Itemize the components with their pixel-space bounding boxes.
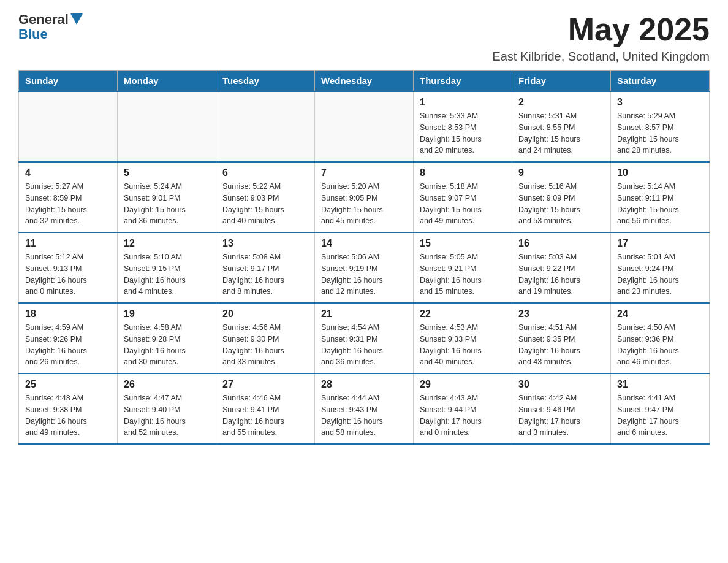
- day-detail: Sunrise: 4:44 AM Sunset: 9:43 PM Dayligh…: [321, 393, 407, 439]
- calendar-cell: 28Sunrise: 4:44 AM Sunset: 9:43 PM Dayli…: [315, 373, 414, 444]
- title-area: May 2025 East Kilbride, Scotland, United…: [492, 12, 710, 64]
- day-number: 11: [25, 238, 111, 249]
- day-detail: Sunrise: 5:08 AM Sunset: 9:17 PM Dayligh…: [222, 251, 308, 297]
- weekday-header-sunday: Sunday: [19, 71, 118, 92]
- calendar-cell: [118, 91, 216, 162]
- day-number: 30: [518, 379, 604, 390]
- day-detail: Sunrise: 4:47 AM Sunset: 9:40 PM Dayligh…: [124, 393, 210, 439]
- calendar-cell: 3Sunrise: 5:29 AM Sunset: 8:57 PM Daylig…: [611, 91, 710, 162]
- calendar-cell: 9Sunrise: 5:16 AM Sunset: 9:09 PM Daylig…: [512, 162, 611, 232]
- day-detail: Sunrise: 5:03 AM Sunset: 9:22 PM Dayligh…: [518, 251, 604, 297]
- day-number: 4: [25, 167, 111, 178]
- day-detail: Sunrise: 4:59 AM Sunset: 9:26 PM Dayligh…: [25, 322, 111, 368]
- month-year-title: May 2025: [492, 12, 710, 47]
- day-number: 7: [321, 167, 407, 178]
- calendar-cell: 17Sunrise: 5:01 AM Sunset: 9:24 PM Dayli…: [611, 232, 710, 303]
- calendar-cell: 31Sunrise: 4:41 AM Sunset: 9:47 PM Dayli…: [611, 373, 710, 444]
- day-number: 19: [124, 308, 210, 320]
- calendar-table: SundayMondayTuesdayWednesdayThursdayFrid…: [18, 70, 710, 445]
- calendar-cell: 12Sunrise: 5:10 AM Sunset: 9:15 PM Dayli…: [118, 232, 216, 303]
- calendar-cell: 29Sunrise: 4:43 AM Sunset: 9:44 PM Dayli…: [414, 373, 512, 444]
- calendar-cell: 13Sunrise: 5:08 AM Sunset: 9:17 PM Dayli…: [216, 232, 315, 303]
- day-detail: Sunrise: 4:56 AM Sunset: 9:30 PM Dayligh…: [222, 322, 308, 368]
- calendar-cell: 27Sunrise: 4:46 AM Sunset: 9:41 PM Dayli…: [216, 373, 315, 444]
- day-detail: Sunrise: 4:46 AM Sunset: 9:41 PM Dayligh…: [222, 393, 308, 439]
- calendar-cell: 6Sunrise: 5:22 AM Sunset: 9:03 PM Daylig…: [216, 162, 315, 232]
- calendar-cell: 24Sunrise: 4:50 AM Sunset: 9:36 PM Dayli…: [611, 303, 710, 373]
- calendar-cell: [216, 91, 315, 162]
- day-number: 22: [420, 308, 506, 320]
- day-number: 29: [420, 379, 506, 390]
- day-detail: Sunrise: 4:58 AM Sunset: 9:28 PM Dayligh…: [124, 322, 210, 368]
- day-number: 21: [321, 308, 407, 320]
- day-number: 15: [420, 238, 506, 249]
- logo-triangle-icon: [70, 13, 83, 25]
- calendar-cell: 11Sunrise: 5:12 AM Sunset: 9:13 PM Dayli…: [19, 232, 118, 303]
- day-number: 3: [617, 97, 703, 108]
- logo-text-general: General: [18, 12, 69, 27]
- logo: General Blue: [18, 12, 83, 42]
- calendar-cell: 19Sunrise: 4:58 AM Sunset: 9:28 PM Dayli…: [118, 303, 216, 373]
- day-detail: Sunrise: 4:48 AM Sunset: 9:38 PM Dayligh…: [25, 393, 111, 439]
- day-number: 1: [420, 97, 506, 108]
- day-number: 23: [518, 308, 604, 320]
- day-number: 13: [222, 238, 308, 249]
- day-number: 8: [420, 167, 506, 178]
- calendar-cell: 4Sunrise: 5:27 AM Sunset: 8:59 PM Daylig…: [19, 162, 118, 232]
- calendar-week-row: 25Sunrise: 4:48 AM Sunset: 9:38 PM Dayli…: [19, 373, 710, 444]
- calendar-cell: 25Sunrise: 4:48 AM Sunset: 9:38 PM Dayli…: [19, 373, 118, 444]
- day-detail: Sunrise: 4:50 AM Sunset: 9:36 PM Dayligh…: [617, 322, 703, 368]
- day-number: 6: [222, 167, 308, 178]
- logo-text-blue: Blue: [18, 26, 48, 42]
- calendar-cell: 21Sunrise: 4:54 AM Sunset: 9:31 PM Dayli…: [315, 303, 414, 373]
- day-detail: Sunrise: 5:06 AM Sunset: 9:19 PM Dayligh…: [321, 251, 407, 297]
- day-detail: Sunrise: 5:18 AM Sunset: 9:07 PM Dayligh…: [420, 181, 506, 227]
- day-detail: Sunrise: 5:20 AM Sunset: 9:05 PM Dayligh…: [321, 181, 407, 227]
- day-number: 17: [617, 238, 703, 249]
- calendar-week-row: 18Sunrise: 4:59 AM Sunset: 9:26 PM Dayli…: [19, 303, 710, 373]
- day-detail: Sunrise: 4:54 AM Sunset: 9:31 PM Dayligh…: [321, 322, 407, 368]
- calendar-cell: 23Sunrise: 4:51 AM Sunset: 9:35 PM Dayli…: [512, 303, 611, 373]
- weekday-header-wednesday: Wednesday: [315, 71, 414, 92]
- calendar-week-row: 11Sunrise: 5:12 AM Sunset: 9:13 PM Dayli…: [19, 232, 710, 303]
- day-number: 25: [25, 379, 111, 390]
- day-detail: Sunrise: 5:10 AM Sunset: 9:15 PM Dayligh…: [124, 251, 210, 297]
- weekday-header-thursday: Thursday: [414, 71, 512, 92]
- day-detail: Sunrise: 5:33 AM Sunset: 8:53 PM Dayligh…: [420, 110, 506, 156]
- day-detail: Sunrise: 5:22 AM Sunset: 9:03 PM Dayligh…: [222, 181, 308, 227]
- calendar-cell: 22Sunrise: 4:53 AM Sunset: 9:33 PM Dayli…: [414, 303, 512, 373]
- day-number: 31: [617, 379, 703, 390]
- day-number: 27: [222, 379, 308, 390]
- weekday-header-tuesday: Tuesday: [216, 71, 315, 92]
- day-number: 2: [518, 97, 604, 108]
- day-detail: Sunrise: 5:27 AM Sunset: 8:59 PM Dayligh…: [25, 181, 111, 227]
- day-detail: Sunrise: 4:42 AM Sunset: 9:46 PM Dayligh…: [518, 393, 604, 439]
- calendar-cell: [315, 91, 414, 162]
- day-detail: Sunrise: 5:05 AM Sunset: 9:21 PM Dayligh…: [420, 251, 506, 297]
- calendar-cell: 8Sunrise: 5:18 AM Sunset: 9:07 PM Daylig…: [414, 162, 512, 232]
- day-detail: Sunrise: 4:53 AM Sunset: 9:33 PM Dayligh…: [420, 322, 506, 368]
- weekday-header-saturday: Saturday: [611, 71, 710, 92]
- calendar-cell: 30Sunrise: 4:42 AM Sunset: 9:46 PM Dayli…: [512, 373, 611, 444]
- calendar-cell: 20Sunrise: 4:56 AM Sunset: 9:30 PM Dayli…: [216, 303, 315, 373]
- weekday-header-row: SundayMondayTuesdayWednesdayThursdayFrid…: [19, 71, 710, 92]
- calendar-cell: 18Sunrise: 4:59 AM Sunset: 9:26 PM Dayli…: [19, 303, 118, 373]
- day-number: 28: [321, 379, 407, 390]
- calendar-cell: 10Sunrise: 5:14 AM Sunset: 9:11 PM Dayli…: [611, 162, 710, 232]
- day-detail: Sunrise: 5:14 AM Sunset: 9:11 PM Dayligh…: [617, 181, 703, 227]
- day-detail: Sunrise: 5:16 AM Sunset: 9:09 PM Dayligh…: [518, 181, 604, 227]
- weekday-header-monday: Monday: [118, 71, 216, 92]
- calendar-cell: 5Sunrise: 5:24 AM Sunset: 9:01 PM Daylig…: [118, 162, 216, 232]
- day-detail: Sunrise: 4:41 AM Sunset: 9:47 PM Dayligh…: [617, 393, 703, 439]
- day-detail: Sunrise: 5:31 AM Sunset: 8:55 PM Dayligh…: [518, 110, 604, 156]
- day-number: 24: [617, 308, 703, 320]
- weekday-header-friday: Friday: [512, 71, 611, 92]
- calendar-cell: 14Sunrise: 5:06 AM Sunset: 9:19 PM Dayli…: [315, 232, 414, 303]
- day-detail: Sunrise: 5:24 AM Sunset: 9:01 PM Dayligh…: [124, 181, 210, 227]
- day-number: 5: [124, 167, 210, 178]
- calendar-week-row: 1Sunrise: 5:33 AM Sunset: 8:53 PM Daylig…: [19, 91, 710, 162]
- day-number: 26: [124, 379, 210, 390]
- calendar-cell: 15Sunrise: 5:05 AM Sunset: 9:21 PM Dayli…: [414, 232, 512, 303]
- day-number: 20: [222, 308, 308, 320]
- calendar-week-row: 4Sunrise: 5:27 AM Sunset: 8:59 PM Daylig…: [19, 162, 710, 232]
